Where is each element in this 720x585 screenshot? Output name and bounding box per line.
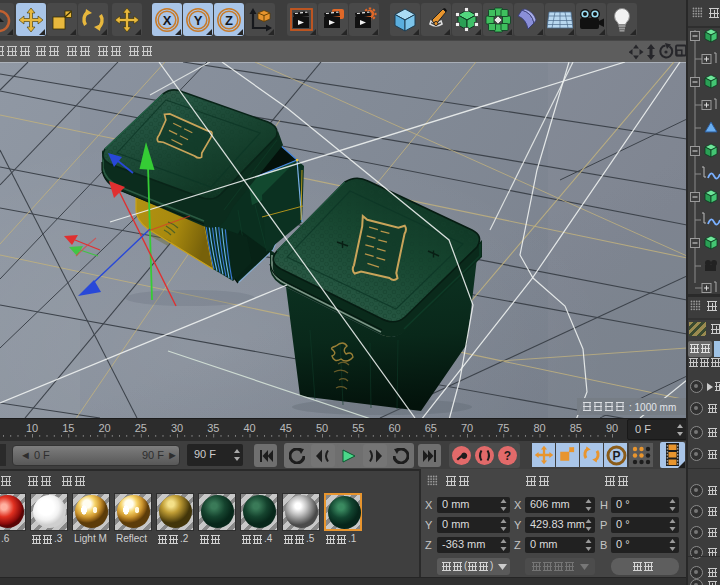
svg-text:: 1000 mm: : 1000 mm	[629, 402, 676, 413]
svg-text:Y: Y	[194, 12, 203, 27]
svg-text:X: X	[163, 12, 172, 27]
svg-text:P: P	[612, 449, 620, 463]
svg-text:Z: Z	[225, 12, 233, 27]
svg-text:?: ?	[504, 449, 511, 463]
